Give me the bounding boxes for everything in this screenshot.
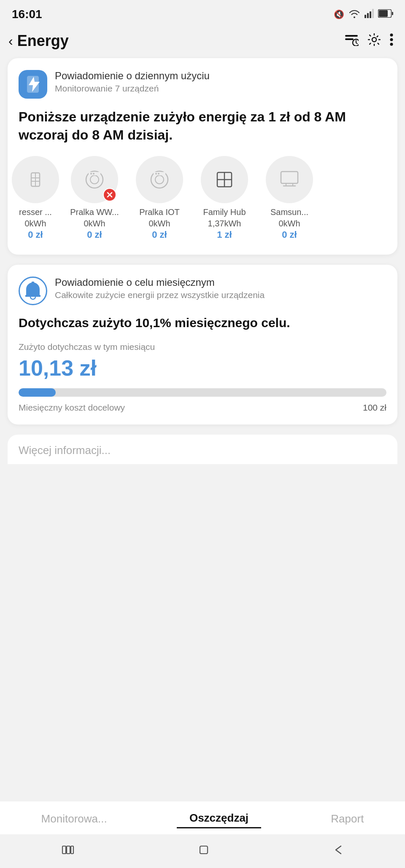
device-circle [71,156,118,203]
device-name: Pralka IOT [139,207,180,217]
progress-bar-fill [19,388,56,397]
device-circle [12,156,59,203]
monthly-goal-card: Powiadomienie o celu miesięcznym Całkowi… [8,265,397,425]
svg-point-18 [90,175,99,184]
back-button[interactable]: ‹ [8,33,13,49]
svg-rect-5 [379,10,388,17]
svg-point-29 [158,173,159,175]
nav-right [344,33,393,49]
svg-rect-6 [345,35,358,37]
device-kwh: 0kWh [84,219,105,228]
card-header-text: Powiadomienie o dziennym użyciu Monitoro… [55,70,210,94]
svg-rect-39 [71,846,73,854]
device-name: Samsun... [270,207,308,217]
recent-apps-icon[interactable] [62,844,74,859]
device-name: resser ... [19,207,52,217]
svg-point-26 [155,175,164,184]
more-icon[interactable] [390,33,393,49]
daily-card-title: Powiadomienie o dziennym użyciu [55,70,210,82]
device-price: 0 zł [282,229,297,240]
device-kwh: 1,37kWh [208,219,241,228]
goal-used-label: Zużyto dotychczas w tym miesiącu [19,342,386,352]
svg-point-10 [390,33,393,36]
goal-card-title: Powiadomienie o celu miesięcznym [55,277,265,288]
device-circle [136,156,183,203]
svg-point-20 [90,173,92,175]
svg-point-21 [93,173,94,175]
energy-icon-wrap [19,70,47,99]
daily-card-message: Poniższe urządzenie zużyło energię za 1 … [19,108,386,144]
device-price: 1 zł [217,229,232,240]
daily-card-subtitle: Monitorowanie 7 urządzeń [55,83,210,94]
svg-rect-0 [364,15,366,18]
back-nav-icon[interactable] [333,844,343,859]
svg-rect-2 [370,11,371,18]
svg-rect-37 [62,846,66,854]
device-kwh: 0kWh [24,219,46,228]
goal-message: Dotychczas zużyto 10,1% miesięcznego cel… [19,314,386,332]
page-title: Energy [17,32,69,50]
partial-text: Więcej informacji... [19,444,386,457]
status-bar: 16:01 🔇 [0,0,405,26]
device-kwh: 0kWh [278,219,300,228]
status-icons: 🔇 [334,9,393,20]
goal-card-subtitle: Całkowite zużycie energii przez wszystki… [55,290,265,300]
bell-icon-wrap [19,277,47,305]
device-price: 0 zł [152,229,167,240]
mute-icon: 🔇 [334,9,344,19]
device-price: 0 zł [28,229,43,240]
goal-target-row: Miesięczny koszt docelowy 100 zł [19,403,386,413]
settings-icon[interactable] [368,33,381,49]
svg-rect-38 [67,846,70,854]
svg-point-11 [390,38,393,41]
home-icon[interactable] [197,844,210,859]
svg-point-12 [390,43,393,46]
progress-bar [19,388,386,397]
card-header: Powiadomienie o dziennym użyciu Monitoro… [19,70,386,99]
list-item[interactable]: Pralka WW... 0kWh 0 zł [65,156,124,240]
goal-used-amount: 10,13 zł [19,355,386,381]
list-item[interactable]: Pralka IOT 0kWh 0 zł [130,156,189,240]
battery-indicator [378,9,393,20]
nav-left: ‹ Energy [8,32,69,50]
list-item[interactable]: Samsun... 0kWh 0 zł [260,156,319,240]
list-item[interactable]: resser ... 0kWh 0 zł [12,156,59,240]
bottom-tab-bar: Monitorowa... Oszczędzaj Raport [0,801,405,834]
list-item[interactable]: Family Hub 1,37kWh 1 zł [195,156,254,240]
device-kwh: 0kWh [148,219,170,228]
svg-rect-40 [200,846,208,854]
tab-monitor[interactable]: Monitorowa... [29,810,120,828]
svg-rect-3 [372,9,374,18]
goal-target-label: Miesięczny koszt docelowy [19,403,125,413]
tab-report[interactable]: Raport [318,810,376,828]
wifi-icon [348,9,360,20]
partial-card-hint: Więcej informacji... [8,435,397,464]
goal-card-header: Powiadomienie o celu miesięcznym Całkowi… [19,277,386,305]
navigation-bar [0,834,405,868]
devices-row: resser ... 0kWh 0 zł [8,156,397,243]
top-nav: ‹ Energy [0,26,405,58]
daily-usage-card: Powiadomienie o dziennym użyciu Monitoro… [8,58,397,255]
svg-point-28 [155,173,157,175]
svg-point-9 [372,38,376,42]
status-time: 16:01 [12,8,42,21]
mute-badge [103,188,116,202]
goal-card-header-text: Powiadomienie o celu miesięcznym Całkowi… [55,277,265,300]
svg-rect-1 [367,13,369,18]
tab-save[interactable]: Oszczędzaj [177,809,261,828]
device-price: 0 zł [87,229,102,240]
device-name: Pralka WW... [70,207,119,217]
history-icon[interactable] [344,33,359,49]
device-name: Family Hub [203,207,246,217]
goal-target-value: 100 zł [363,403,386,413]
svg-rect-7 [345,38,354,40]
signal-icon [364,9,374,20]
device-circle [266,156,313,203]
svg-rect-33 [281,172,298,183]
device-circle [201,156,248,203]
